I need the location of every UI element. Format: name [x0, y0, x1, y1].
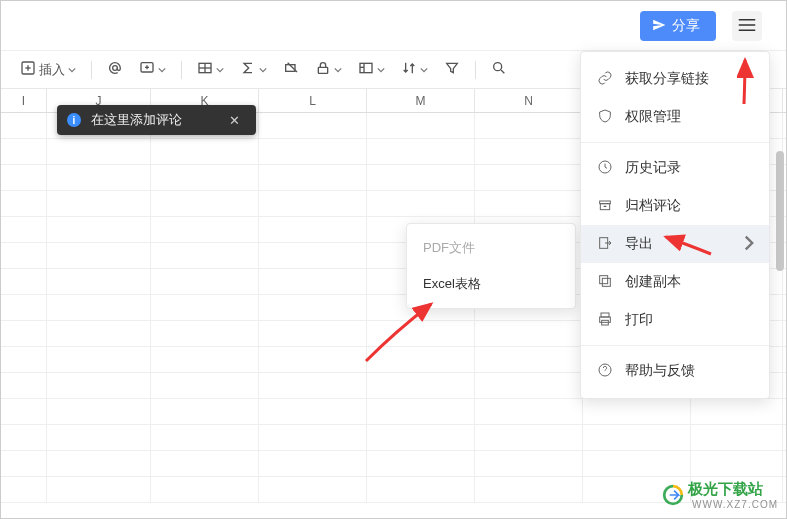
cell[interactable] [1, 295, 47, 320]
cell[interactable] [367, 139, 475, 164]
cell[interactable] [259, 451, 367, 476]
cell[interactable] [1, 217, 47, 242]
cell[interactable] [47, 269, 151, 294]
cell[interactable] [151, 165, 259, 190]
cell[interactable] [1, 373, 47, 398]
cell[interactable] [259, 295, 367, 320]
mention-button[interactable] [102, 56, 128, 83]
cell[interactable] [1, 191, 47, 216]
cell[interactable] [691, 425, 783, 450]
cell[interactable] [367, 191, 475, 216]
cell[interactable] [259, 269, 367, 294]
export-excel[interactable]: Excel表格 [407, 266, 575, 302]
cell[interactable] [475, 139, 583, 164]
sum-button[interactable] [235, 56, 272, 83]
cell[interactable] [47, 477, 151, 502]
cell[interactable] [151, 269, 259, 294]
cell[interactable] [259, 165, 367, 190]
menu-export[interactable]: 导出 [581, 225, 769, 263]
cell[interactable] [47, 243, 151, 268]
cell[interactable] [475, 425, 583, 450]
cell[interactable] [1, 269, 47, 294]
cell[interactable] [151, 321, 259, 346]
cell[interactable] [367, 477, 475, 502]
cell[interactable] [1, 451, 47, 476]
cell[interactable] [47, 399, 151, 424]
cell[interactable] [367, 113, 475, 138]
cell[interactable] [151, 139, 259, 164]
cell[interactable] [1, 113, 47, 138]
cell[interactable] [475, 477, 583, 502]
cell[interactable] [475, 321, 583, 346]
cell[interactable] [367, 399, 475, 424]
add-comment-button[interactable] [134, 56, 171, 83]
filter-button[interactable] [439, 56, 465, 83]
cell[interactable] [151, 373, 259, 398]
cell[interactable] [259, 373, 367, 398]
cell[interactable] [47, 165, 151, 190]
cell[interactable] [475, 451, 583, 476]
cell[interactable] [47, 347, 151, 372]
cell[interactable] [259, 399, 367, 424]
lock-button[interactable] [310, 56, 347, 83]
cell[interactable] [47, 295, 151, 320]
table-row[interactable] [1, 399, 786, 425]
column-header[interactable]: L [259, 89, 367, 112]
export-pdf[interactable]: PDF文件 [407, 230, 575, 266]
share-button[interactable]: 分享 [640, 11, 716, 41]
cell[interactable] [47, 425, 151, 450]
hamburger-menu-button[interactable] [732, 11, 762, 41]
cell[interactable] [583, 451, 691, 476]
cell[interactable] [259, 321, 367, 346]
menu-create-copy[interactable]: 创建副本 [581, 263, 769, 301]
cell[interactable] [1, 165, 47, 190]
cell[interactable] [691, 451, 783, 476]
menu-print[interactable]: 打印 [581, 301, 769, 339]
cell[interactable] [259, 191, 367, 216]
cell[interactable] [47, 139, 151, 164]
column-header[interactable]: M [367, 89, 475, 112]
cell[interactable] [151, 425, 259, 450]
cell[interactable] [151, 347, 259, 372]
cell[interactable] [151, 217, 259, 242]
clear-format-button[interactable] [278, 56, 304, 83]
cell[interactable] [1, 425, 47, 450]
cell[interactable] [151, 243, 259, 268]
column-header[interactable]: I [1, 89, 47, 112]
cell[interactable] [259, 113, 367, 138]
sort-button[interactable] [396, 56, 433, 83]
menu-history[interactable]: 历史记录 [581, 149, 769, 187]
cell[interactable] [47, 373, 151, 398]
cell[interactable] [151, 451, 259, 476]
table-row[interactable] [1, 425, 786, 451]
insert-button[interactable]: 插入 [15, 56, 81, 83]
cell[interactable] [367, 165, 475, 190]
cell[interactable] [475, 373, 583, 398]
cell[interactable] [259, 477, 367, 502]
cell[interactable] [151, 295, 259, 320]
cell[interactable] [367, 451, 475, 476]
menu-get-share-link[interactable]: 获取分享链接 [581, 60, 769, 98]
cell[interactable] [1, 477, 47, 502]
cell[interactable] [475, 347, 583, 372]
close-icon[interactable]: ✕ [222, 108, 246, 132]
cell[interactable] [151, 399, 259, 424]
cell[interactable] [1, 347, 47, 372]
cell[interactable] [1, 321, 47, 346]
cell[interactable] [475, 399, 583, 424]
freeze-button[interactable] [353, 56, 390, 83]
cell[interactable] [259, 243, 367, 268]
cell[interactable] [47, 217, 151, 242]
cell[interactable] [691, 399, 783, 424]
cell[interactable] [1, 243, 47, 268]
cell[interactable] [259, 347, 367, 372]
cell[interactable] [367, 373, 475, 398]
menu-archive-comments[interactable]: 归档评论 [581, 187, 769, 225]
cell[interactable] [1, 139, 47, 164]
cell[interactable] [475, 165, 583, 190]
cell[interactable] [259, 425, 367, 450]
cell[interactable] [151, 191, 259, 216]
cell[interactable] [259, 139, 367, 164]
menu-permissions[interactable]: 权限管理 [581, 98, 769, 136]
cell[interactable] [475, 113, 583, 138]
